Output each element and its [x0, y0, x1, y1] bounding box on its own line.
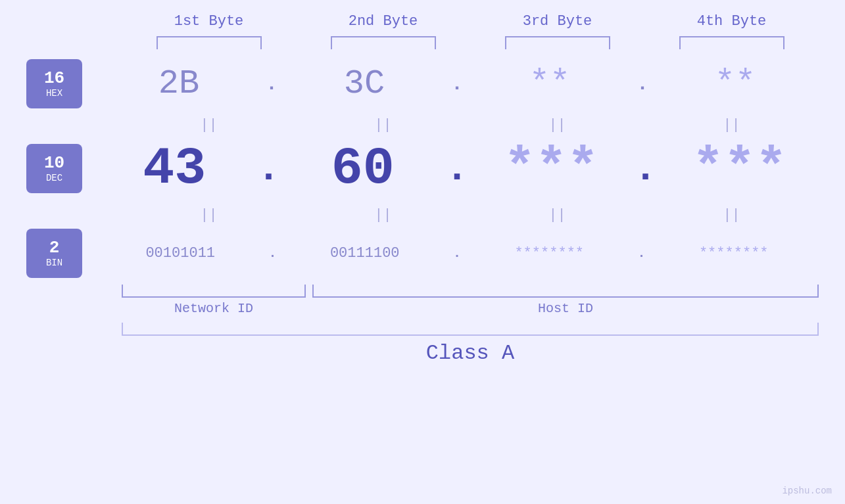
- dec-byte-2: 60: [331, 139, 395, 198]
- eq-sign-2-3: ||: [548, 207, 566, 223]
- dec-byte-3: ***: [504, 139, 598, 198]
- main-container: 1st Byte 2nd Byte 3rd Byte 4th Byte 16 H…: [0, 0, 845, 504]
- eq1-4: ||: [644, 117, 819, 133]
- hex-byte-3: **: [529, 64, 570, 103]
- dec-dot-1: .: [256, 147, 280, 191]
- dec-byte-1: 43: [143, 139, 206, 198]
- host-id-label: Host ID: [312, 301, 819, 316]
- eq-sign-2-1: ||: [200, 207, 217, 223]
- bin-byte-2-cell: 00111100: [280, 245, 450, 262]
- eq2-3: ||: [470, 207, 644, 223]
- bin-badge-label: BIN: [46, 258, 62, 268]
- class-bracket: [122, 323, 819, 336]
- dec-badge-num: 10: [44, 154, 64, 173]
- byte-labels-row: 1st Byte 2nd Byte 3rd Byte 4th Byte: [26, 13, 819, 30]
- bottom-brackets: [122, 285, 819, 298]
- hex-byte-1: 2B: [158, 64, 199, 103]
- bin-row: 2 BIN 00101011 . 00111100 . ******** . *…: [26, 229, 819, 278]
- bin-dot-1: .: [268, 246, 276, 261]
- bin-dot-3: .: [637, 246, 645, 261]
- hex-byte-2-cell: 3C: [281, 64, 448, 103]
- class-label: Class A: [122, 341, 819, 365]
- eq1-2: ||: [296, 117, 470, 133]
- hex-badge-label: HEX: [46, 88, 62, 99]
- hex-dot-1: .: [266, 73, 278, 95]
- bin-values: 00101011 . 00111100 . ******** . *******…: [82, 245, 819, 262]
- dec-byte-1-cell: 43: [95, 139, 253, 198]
- top-bracket-3: [505, 36, 610, 49]
- hex-values: 2B . 3C . ** . **: [82, 64, 819, 103]
- hex-dot-3: .: [637, 73, 648, 95]
- byte-label-3: 3rd Byte: [470, 13, 644, 30]
- byte-label-2: 2nd Byte: [296, 13, 470, 30]
- eq-sign-1-1: ||: [200, 117, 217, 133]
- bin-byte-2: 00111100: [330, 245, 400, 262]
- hex-badge-num: 16: [44, 69, 64, 88]
- eq-sign-2-4: ||: [723, 207, 740, 223]
- bin-badge: 2 BIN: [26, 229, 82, 278]
- bin-byte-4: ********: [699, 245, 769, 262]
- eq-sign-2-2: ||: [374, 207, 391, 223]
- dec-byte-2-cell: 60: [284, 139, 442, 198]
- watermark: ipshu.com: [782, 486, 832, 496]
- byte-label-1: 1st Byte: [122, 13, 296, 30]
- eq-sign-1-2: ||: [374, 117, 391, 133]
- eq2-1: ||: [122, 207, 296, 223]
- dec-dot-3: .: [633, 147, 657, 191]
- bin-byte-4-cell: ********: [649, 245, 819, 262]
- bin-byte-1: 00101011: [145, 245, 215, 262]
- hex-badge: 16 HEX: [26, 59, 82, 108]
- bin-badge-num: 2: [49, 239, 60, 258]
- hex-byte-3-cell: **: [466, 64, 633, 103]
- top-bracket-1: [157, 36, 262, 49]
- dec-values: 43 . 60 . *** . ***: [82, 139, 819, 198]
- dec-byte-4-cell: ***: [661, 139, 819, 198]
- dec-badge-label: DEC: [46, 173, 62, 183]
- network-id-label: Network ID: [122, 301, 306, 316]
- bin-byte-3-cell: ********: [464, 245, 634, 262]
- hex-byte-2: 3C: [344, 64, 385, 103]
- bin-byte-1-cell: 00101011: [95, 245, 265, 262]
- bracket-cell-4: [644, 36, 819, 49]
- equals-row-1: || || || ||: [26, 117, 819, 133]
- dec-dot-2: .: [445, 147, 469, 191]
- bin-byte-3: ********: [514, 245, 584, 262]
- hex-byte-4: **: [715, 64, 756, 103]
- dec-row: 10 DEC 43 . 60 . *** . ***: [26, 139, 819, 198]
- eq1-1: ||: [122, 117, 296, 133]
- eq2-4: ||: [644, 207, 819, 223]
- bottom-labels: Network ID Host ID: [122, 301, 819, 316]
- dec-byte-3-cell: ***: [472, 139, 630, 198]
- class-section: Class A: [26, 323, 819, 365]
- host-bracket: [312, 285, 819, 298]
- dec-byte-4: ***: [692, 139, 787, 198]
- network-bracket: [122, 285, 306, 298]
- eq-sign-1-3: ||: [548, 117, 566, 133]
- bin-dot-2: .: [453, 246, 461, 261]
- bracket-cell-2: [296, 36, 470, 49]
- top-bracket-2: [331, 36, 436, 49]
- equals-row-2: || || || ||: [26, 207, 819, 223]
- hex-byte-1-cell: 2B: [95, 64, 262, 103]
- bracket-cell-1: [122, 36, 296, 49]
- bottom-section: Network ID Host ID: [26, 285, 819, 316]
- hex-dot-2: .: [451, 73, 463, 95]
- bracket-cell-3: [470, 36, 644, 49]
- hex-row: 16 HEX 2B . 3C . ** . **: [26, 59, 819, 108]
- top-bracket-4: [679, 36, 785, 49]
- dec-badge: 10 DEC: [26, 144, 82, 193]
- byte-label-4: 4th Byte: [644, 13, 819, 30]
- hex-byte-4-cell: **: [652, 64, 819, 103]
- eq1-3: ||: [470, 117, 644, 133]
- eq2-2: ||: [296, 207, 470, 223]
- eq-sign-1-4: ||: [723, 117, 740, 133]
- top-brackets: [26, 36, 819, 49]
